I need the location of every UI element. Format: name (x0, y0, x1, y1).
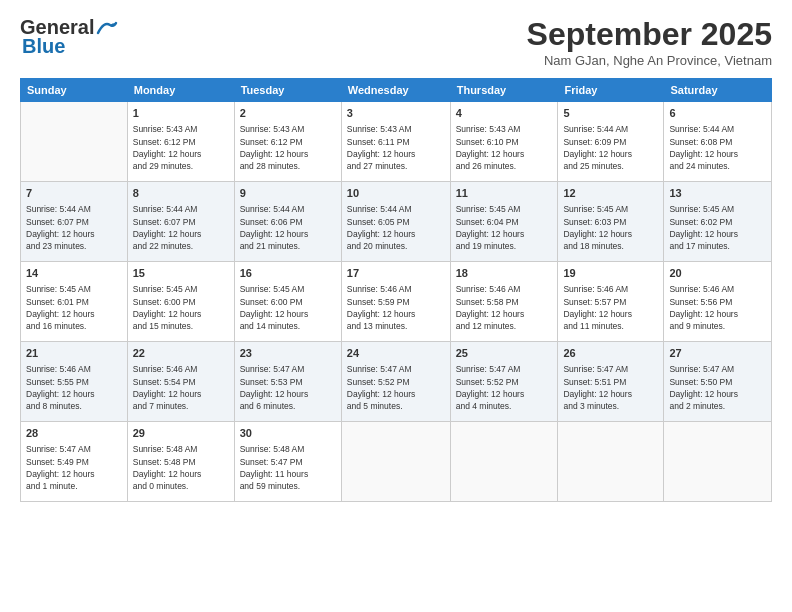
day-number: 24 (347, 346, 445, 361)
calendar-day-cell: 6Sunrise: 5:44 AM Sunset: 6:08 PM Daylig… (664, 102, 772, 182)
col-header-sunday: Sunday (21, 79, 128, 102)
day-number: 25 (456, 346, 553, 361)
day-info: Sunrise: 5:44 AM Sunset: 6:07 PM Dayligh… (133, 203, 229, 252)
col-header-friday: Friday (558, 79, 664, 102)
day-number: 8 (133, 186, 229, 201)
day-number: 7 (26, 186, 122, 201)
day-info: Sunrise: 5:45 AM Sunset: 6:03 PM Dayligh… (563, 203, 658, 252)
calendar-day-cell: 5Sunrise: 5:44 AM Sunset: 6:09 PM Daylig… (558, 102, 664, 182)
calendar-week-row: 7Sunrise: 5:44 AM Sunset: 6:07 PM Daylig… (21, 182, 772, 262)
day-info: Sunrise: 5:46 AM Sunset: 5:55 PM Dayligh… (26, 363, 122, 412)
day-info: Sunrise: 5:46 AM Sunset: 5:54 PM Dayligh… (133, 363, 229, 412)
day-info: Sunrise: 5:45 AM Sunset: 6:00 PM Dayligh… (240, 283, 336, 332)
calendar-day-cell: 4Sunrise: 5:43 AM Sunset: 6:10 PM Daylig… (450, 102, 558, 182)
calendar-day-cell: 3Sunrise: 5:43 AM Sunset: 6:11 PM Daylig… (341, 102, 450, 182)
calendar-week-row: 14Sunrise: 5:45 AM Sunset: 6:01 PM Dayli… (21, 262, 772, 342)
day-info: Sunrise: 5:47 AM Sunset: 5:51 PM Dayligh… (563, 363, 658, 412)
calendar-day-cell (450, 422, 558, 502)
calendar-week-row: 28Sunrise: 5:47 AM Sunset: 5:49 PM Dayli… (21, 422, 772, 502)
calendar-day-cell: 13Sunrise: 5:45 AM Sunset: 6:02 PM Dayli… (664, 182, 772, 262)
calendar-day-cell: 29Sunrise: 5:48 AM Sunset: 5:48 PM Dayli… (127, 422, 234, 502)
calendar-day-cell: 23Sunrise: 5:47 AM Sunset: 5:53 PM Dayli… (234, 342, 341, 422)
page-header: General Blue September 2025 Nam GJan, Ng… (20, 16, 772, 68)
calendar-day-cell: 22Sunrise: 5:46 AM Sunset: 5:54 PM Dayli… (127, 342, 234, 422)
calendar-day-cell: 16Sunrise: 5:45 AM Sunset: 6:00 PM Dayli… (234, 262, 341, 342)
calendar-day-cell: 19Sunrise: 5:46 AM Sunset: 5:57 PM Dayli… (558, 262, 664, 342)
location: Nam GJan, Nghe An Province, Vietnam (527, 53, 772, 68)
calendar-day-cell: 12Sunrise: 5:45 AM Sunset: 6:03 PM Dayli… (558, 182, 664, 262)
calendar-day-cell: 17Sunrise: 5:46 AM Sunset: 5:59 PM Dayli… (341, 262, 450, 342)
day-number: 12 (563, 186, 658, 201)
day-info: Sunrise: 5:48 AM Sunset: 5:47 PM Dayligh… (240, 443, 336, 492)
day-info: Sunrise: 5:46 AM Sunset: 5:56 PM Dayligh… (669, 283, 766, 332)
calendar-day-cell: 1Sunrise: 5:43 AM Sunset: 6:12 PM Daylig… (127, 102, 234, 182)
day-info: Sunrise: 5:43 AM Sunset: 6:12 PM Dayligh… (133, 123, 229, 172)
day-number: 30 (240, 426, 336, 441)
day-info: Sunrise: 5:47 AM Sunset: 5:50 PM Dayligh… (669, 363, 766, 412)
logo-blue: Blue (22, 35, 65, 58)
day-number: 16 (240, 266, 336, 281)
calendar-day-cell: 2Sunrise: 5:43 AM Sunset: 6:12 PM Daylig… (234, 102, 341, 182)
day-info: Sunrise: 5:47 AM Sunset: 5:49 PM Dayligh… (26, 443, 122, 492)
day-number: 19 (563, 266, 658, 281)
day-info: Sunrise: 5:44 AM Sunset: 6:06 PM Dayligh… (240, 203, 336, 252)
day-info: Sunrise: 5:45 AM Sunset: 6:01 PM Dayligh… (26, 283, 122, 332)
col-header-saturday: Saturday (664, 79, 772, 102)
month-title: September 2025 (527, 16, 772, 53)
day-info: Sunrise: 5:43 AM Sunset: 6:11 PM Dayligh… (347, 123, 445, 172)
day-number: 5 (563, 106, 658, 121)
calendar-day-cell: 21Sunrise: 5:46 AM Sunset: 5:55 PM Dayli… (21, 342, 128, 422)
day-info: Sunrise: 5:46 AM Sunset: 5:59 PM Dayligh… (347, 283, 445, 332)
day-info: Sunrise: 5:44 AM Sunset: 6:07 PM Dayligh… (26, 203, 122, 252)
day-number: 29 (133, 426, 229, 441)
day-number: 4 (456, 106, 553, 121)
logo-bird-icon (96, 19, 118, 37)
calendar-day-cell: 14Sunrise: 5:45 AM Sunset: 6:01 PM Dayli… (21, 262, 128, 342)
day-number: 2 (240, 106, 336, 121)
calendar-week-row: 1Sunrise: 5:43 AM Sunset: 6:12 PM Daylig… (21, 102, 772, 182)
day-number: 18 (456, 266, 553, 281)
day-info: Sunrise: 5:47 AM Sunset: 5:53 PM Dayligh… (240, 363, 336, 412)
col-header-tuesday: Tuesday (234, 79, 341, 102)
day-info: Sunrise: 5:46 AM Sunset: 5:58 PM Dayligh… (456, 283, 553, 332)
calendar-day-cell: 18Sunrise: 5:46 AM Sunset: 5:58 PM Dayli… (450, 262, 558, 342)
col-header-monday: Monday (127, 79, 234, 102)
day-number: 1 (133, 106, 229, 121)
day-number: 11 (456, 186, 553, 201)
calendar-day-cell: 15Sunrise: 5:45 AM Sunset: 6:00 PM Dayli… (127, 262, 234, 342)
day-number: 28 (26, 426, 122, 441)
calendar-day-cell: 8Sunrise: 5:44 AM Sunset: 6:07 PM Daylig… (127, 182, 234, 262)
day-info: Sunrise: 5:44 AM Sunset: 6:09 PM Dayligh… (563, 123, 658, 172)
calendar-day-cell: 10Sunrise: 5:44 AM Sunset: 6:05 PM Dayli… (341, 182, 450, 262)
calendar-week-row: 21Sunrise: 5:46 AM Sunset: 5:55 PM Dayli… (21, 342, 772, 422)
calendar-header-row: SundayMondayTuesdayWednesdayThursdayFrid… (21, 79, 772, 102)
day-number: 27 (669, 346, 766, 361)
day-info: Sunrise: 5:47 AM Sunset: 5:52 PM Dayligh… (347, 363, 445, 412)
day-number: 3 (347, 106, 445, 121)
calendar-day-cell: 26Sunrise: 5:47 AM Sunset: 5:51 PM Dayli… (558, 342, 664, 422)
title-block: September 2025 Nam GJan, Nghe An Provinc… (527, 16, 772, 68)
day-number: 14 (26, 266, 122, 281)
calendar-day-cell: 9Sunrise: 5:44 AM Sunset: 6:06 PM Daylig… (234, 182, 341, 262)
calendar-day-cell (21, 102, 128, 182)
calendar-day-cell (341, 422, 450, 502)
day-info: Sunrise: 5:45 AM Sunset: 6:00 PM Dayligh… (133, 283, 229, 332)
day-number: 13 (669, 186, 766, 201)
day-number: 20 (669, 266, 766, 281)
day-info: Sunrise: 5:44 AM Sunset: 6:05 PM Dayligh… (347, 203, 445, 252)
day-number: 9 (240, 186, 336, 201)
calendar-table: SundayMondayTuesdayWednesdayThursdayFrid… (20, 78, 772, 502)
day-number: 21 (26, 346, 122, 361)
calendar-day-cell (558, 422, 664, 502)
day-number: 10 (347, 186, 445, 201)
day-info: Sunrise: 5:47 AM Sunset: 5:52 PM Dayligh… (456, 363, 553, 412)
col-header-wednesday: Wednesday (341, 79, 450, 102)
calendar-day-cell: 27Sunrise: 5:47 AM Sunset: 5:50 PM Dayli… (664, 342, 772, 422)
day-number: 23 (240, 346, 336, 361)
calendar-day-cell: 24Sunrise: 5:47 AM Sunset: 5:52 PM Dayli… (341, 342, 450, 422)
day-info: Sunrise: 5:45 AM Sunset: 6:04 PM Dayligh… (456, 203, 553, 252)
calendar-day-cell: 28Sunrise: 5:47 AM Sunset: 5:49 PM Dayli… (21, 422, 128, 502)
col-header-thursday: Thursday (450, 79, 558, 102)
day-number: 22 (133, 346, 229, 361)
day-number: 15 (133, 266, 229, 281)
